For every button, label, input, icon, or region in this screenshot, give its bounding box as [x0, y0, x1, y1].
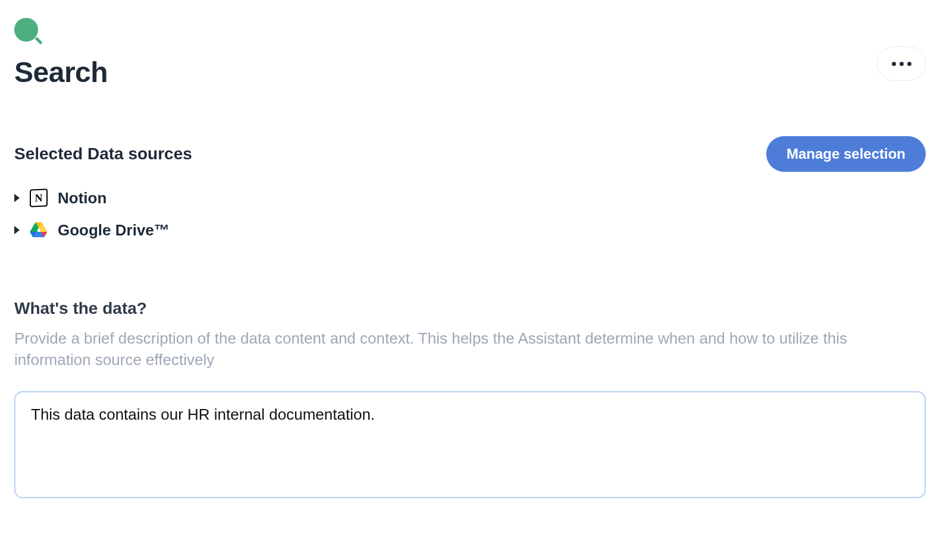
whats-the-data-description: Provide a brief description of the data …: [14, 328, 925, 371]
google-drive-icon: [29, 221, 48, 240]
dot-icon: [907, 62, 911, 66]
manage-selection-button[interactable]: Manage selection: [766, 136, 926, 172]
data-source-item-notion[interactable]: N Notion: [14, 188, 926, 207]
header-row: Search: [14, 18, 926, 89]
whats-the-data-heading: What's the data?: [14, 299, 926, 318]
data-sources-heading: Selected Data sources: [14, 144, 192, 163]
data-source-list: N Notion: [14, 188, 926, 240]
page-title: Search: [14, 56, 108, 89]
notion-icon: N: [29, 188, 48, 207]
dot-icon: [900, 62, 904, 66]
data-source-label: Notion: [58, 189, 106, 207]
dot-icon: [892, 62, 896, 66]
chevron-right-icon: [14, 226, 20, 234]
data-source-label: Google Drive™: [58, 221, 170, 240]
data-source-item-google-drive[interactable]: Google Drive™: [14, 221, 926, 240]
title-block: Search: [14, 18, 108, 89]
more-options-button[interactable]: [877, 46, 926, 81]
data-sources-header-row: Selected Data sources Manage selection: [14, 136, 926, 172]
chevron-right-icon: [14, 194, 20, 202]
search-icon: [14, 18, 43, 46]
data-description-textarea[interactable]: This data contains our HR internal docum…: [14, 391, 926, 498]
